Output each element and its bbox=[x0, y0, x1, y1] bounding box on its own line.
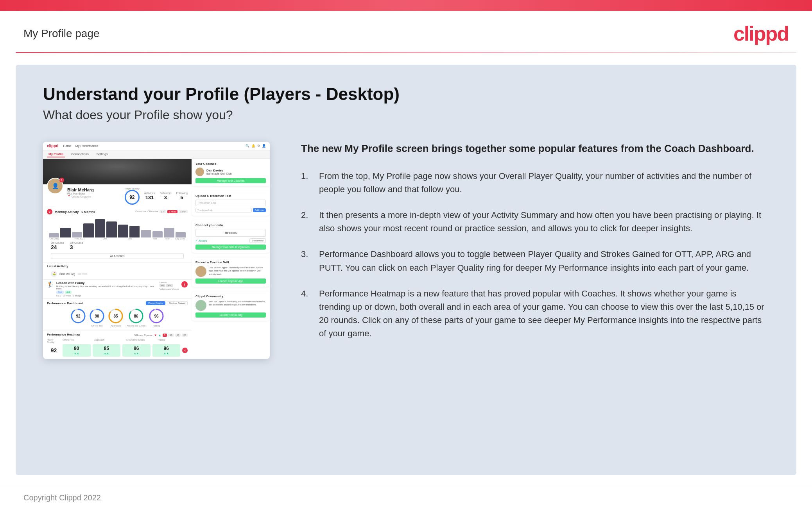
heatmap-green-value: 86 bbox=[125, 346, 148, 351]
connect-panel: Connect your data Arccos ✓ Arccos Discon… bbox=[192, 220, 270, 253]
ring-off-tee[interactable]: 90 Off the Tee bbox=[89, 308, 105, 327]
app-nav-icons: 🔍 🔔 ⚙ 👤 bbox=[246, 144, 266, 148]
profile-handicap: Plus Handicap bbox=[67, 192, 121, 195]
trackman-add-btn[interactable]: Add Link bbox=[253, 208, 266, 212]
arccos-item: Arccos bbox=[195, 229, 266, 237]
trackman-input[interactable]: Trackman Link bbox=[195, 200, 266, 206]
ring-putting[interactable]: 96 Putting bbox=[149, 308, 164, 327]
app-nav-items: Home My Performance bbox=[63, 144, 98, 148]
trackman-panel: Upload a Trackman Test Trackman Link Tra… bbox=[192, 191, 270, 216]
activity-item-1[interactable]: ⛳ Blair McHarg see more bbox=[47, 269, 188, 278]
heatmap-approach-label: Approach bbox=[94, 339, 124, 343]
arccos-label: Arccos bbox=[199, 239, 207, 242]
lesson-item: 🏌 Lesson with Fondy Nothing to feel like… bbox=[43, 280, 192, 299]
chart-label-10: Mar bbox=[162, 237, 173, 240]
ring-off-tee-label: Off the Tee bbox=[91, 325, 103, 327]
location-text: United Kingdom bbox=[72, 195, 91, 198]
heatmap-btn-5[interactable]: 5 bbox=[163, 334, 167, 337]
followers-stat: Followers 3 bbox=[160, 192, 171, 200]
bar-3 bbox=[72, 232, 82, 237]
activity-item-sub-1: see more bbox=[77, 273, 87, 275]
chart-label-6 bbox=[111, 237, 123, 240]
coach-info: Dan Davies Barnstaple Golf Club bbox=[206, 169, 232, 175]
header-divider bbox=[16, 52, 796, 53]
feature-item-3: Performance Dashboard allows you to togg… bbox=[301, 248, 769, 274]
app-logo: clippd bbox=[47, 144, 58, 148]
chart-label-3: Nov 2021 bbox=[74, 237, 85, 240]
svg-text:96: 96 bbox=[154, 314, 159, 318]
svg-text:92: 92 bbox=[76, 314, 81, 318]
lesson-videos-label: Videos and Videos bbox=[160, 288, 179, 290]
heatmap-green-cell[interactable]: 86 ▲▲ bbox=[122, 344, 151, 357]
lesson-title: Lesson with Fondy bbox=[56, 281, 157, 285]
heatmap-overall-cell[interactable]: 92 bbox=[47, 347, 61, 353]
nav-performance[interactable]: My Performance bbox=[75, 144, 99, 148]
heatmap-offtee-label: Off the Tee bbox=[63, 339, 92, 343]
chart-label-1: Oct 2021 bbox=[49, 237, 60, 240]
chart-label-8 bbox=[137, 237, 148, 240]
lesson-badge-3: 3 bbox=[181, 281, 188, 287]
bar-11 bbox=[164, 228, 174, 237]
trackman-link-field[interactable]: Trackman Link bbox=[195, 208, 252, 212]
app-navbar: clippd Home My Performance 🔍 🔔 ⚙ 👤 bbox=[43, 142, 270, 150]
disconnect-btn[interactable]: Disconnect bbox=[249, 238, 266, 243]
avatar-icon[interactable]: 👤 bbox=[262, 144, 266, 148]
activity-title: Monthly Activity · 6 Months bbox=[55, 210, 133, 214]
heatmap-btn-20[interactable]: 20 bbox=[182, 334, 188, 337]
profile-details: Blair McHarg Plus Handicap 📍 United King… bbox=[67, 187, 121, 198]
bar-2 bbox=[60, 228, 70, 237]
manage-integrations-btn[interactable]: Manage Your Data Integrations bbox=[195, 245, 266, 250]
heatmap-approach-cell[interactable]: 85 ▲▲ bbox=[93, 344, 121, 357]
heatmap-labels-row: Player Quality Off the Tee Approach Arou… bbox=[47, 339, 188, 343]
bar-8 bbox=[129, 226, 140, 237]
search-icon[interactable]: 🔍 bbox=[246, 144, 249, 148]
followers-value: 3 bbox=[160, 195, 171, 200]
ctrl-1y[interactable]: 1 Y bbox=[160, 210, 166, 213]
manage-coaches-btn[interactable]: Manage Your Coaches bbox=[195, 178, 266, 183]
ring-overall[interactable]: 92 bbox=[70, 308, 86, 327]
ctrl-6m[interactable]: 6 Mths bbox=[167, 210, 177, 213]
app-main-panel: 👤 1 Blair McHarg Plus Handicap 📍 United … bbox=[43, 159, 192, 359]
app-profile-bg bbox=[43, 159, 192, 184]
course-stats: On Course 24 Off Course 3 bbox=[47, 240, 188, 252]
bar-4 bbox=[83, 223, 93, 237]
lesson-att-tag: att bbox=[160, 284, 165, 287]
community-avatar bbox=[195, 300, 206, 311]
perf-btn-strokes[interactable]: Strokes Gained bbox=[167, 301, 188, 305]
launch-capture-btn[interactable]: Launch Capture App bbox=[195, 278, 266, 284]
perf-controls: Player Quality Strokes Gained bbox=[146, 301, 188, 305]
heatmap-offtee-cell[interactable]: 90 ▲▲ bbox=[63, 344, 91, 357]
nav-home[interactable]: Home bbox=[63, 144, 71, 148]
ctrl-1m[interactable]: 1 mth bbox=[179, 210, 188, 213]
ring-around-green[interactable]: 86 Around the Green bbox=[127, 308, 145, 327]
subnav-connections[interactable]: Connections bbox=[70, 152, 90, 157]
coach-item: Dan Davies Barnstaple Golf Club bbox=[195, 168, 266, 176]
settings-icon[interactable]: ⚙ bbox=[257, 144, 260, 148]
badge-1: 1 bbox=[59, 178, 64, 182]
app-subnav: My Profile Connections Settings bbox=[43, 150, 270, 159]
ring-around-green-svg: 86 bbox=[128, 308, 144, 324]
heatmap-putting-cell[interactable]: 96 ▲▲ bbox=[152, 344, 181, 357]
perf-btn-quality[interactable]: Player Quality bbox=[146, 301, 165, 305]
heatmap-btn-10[interactable]: 10 bbox=[168, 334, 174, 337]
chart-label-2 bbox=[61, 237, 73, 240]
subnav-profile[interactable]: My Profile bbox=[47, 152, 65, 157]
profile-name: Blair McHarg bbox=[67, 187, 121, 192]
ring-approach[interactable]: 85 Approach bbox=[108, 308, 124, 327]
ring-approach-svg: 85 bbox=[108, 308, 124, 324]
feature-text-4: Performance Heatmap is a new feature tha… bbox=[319, 287, 769, 340]
quality-score[interactable]: 92 bbox=[125, 190, 140, 205]
bell-icon[interactable]: 🔔 bbox=[251, 144, 255, 148]
all-activities-btn[interactable]: All Activities bbox=[51, 253, 184, 259]
top-bar bbox=[0, 0, 812, 11]
heatmap-btn-15[interactable]: 15 bbox=[175, 334, 181, 337]
heatmap-overall-label: Player Quality bbox=[47, 339, 61, 343]
logo: clippd bbox=[733, 22, 789, 45]
svg-text:86: 86 bbox=[134, 314, 138, 318]
content-columns: clippd Home My Performance 🔍 🔔 ⚙ 👤 My Pr… bbox=[43, 142, 769, 359]
launch-community-btn[interactable]: Launch Community bbox=[195, 312, 266, 318]
community-title: Clippd Community bbox=[195, 295, 266, 298]
quality-ring: Player Quality 92 bbox=[125, 187, 140, 205]
subnav-settings[interactable]: Settings bbox=[95, 152, 109, 157]
heatmap-green-label: Around the Green bbox=[126, 339, 156, 343]
